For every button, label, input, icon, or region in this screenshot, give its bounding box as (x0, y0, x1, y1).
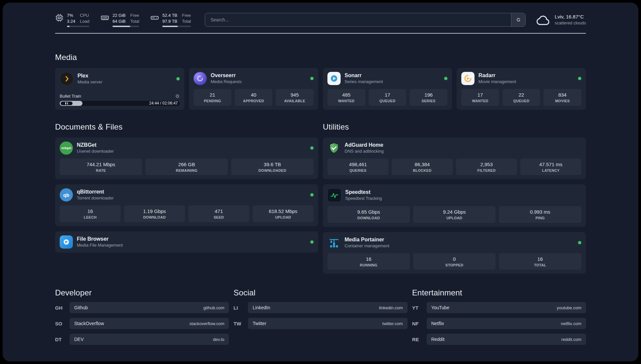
card-qbittorrent: qb qBittorrent Torrent downloader 16 (55, 184, 318, 226)
card-filebrowser: File Browser Media File Management (55, 231, 318, 253)
memory-progress-bar (112, 26, 139, 27)
link-youtube[interactable]: YouTube youtube.com (427, 302, 586, 313)
stat-tile: 266 GB REMAINING (145, 159, 228, 175)
link-dev[interactable]: DEV dev.to (70, 334, 229, 345)
section-title-social: Social (233, 288, 407, 297)
link-abbr: YT (412, 305, 423, 311)
portainer-link[interactable]: Media Portainer Container management (327, 236, 581, 249)
status-dot (310, 146, 314, 150)
weather-widget: Lviv, 16.87°C scattered clouds (535, 13, 586, 26)
link-netflix[interactable]: Netflix netflix.com (427, 318, 586, 329)
stat-tile: 86,384 BLOCKED (392, 159, 453, 175)
status-dot (578, 77, 581, 80)
memory-free-label: Free (130, 13, 139, 18)
stat-value: 21 (194, 91, 231, 98)
filebrowser-link[interactable]: File Browser Media File Management (60, 235, 314, 249)
link-reddit[interactable]: Reddit reddit.com (427, 334, 586, 345)
service-name: Media Portainer (345, 236, 389, 243)
dashboard-screen: 7% 3.24 CPU Load (3, 3, 638, 361)
overseerr-link[interactable]: Overseerr Media Requests (194, 72, 314, 85)
stat-value: 9.24 Gbps (414, 208, 495, 215)
plex-link[interactable]: Plex Media server (60, 72, 180, 86)
stat-value: 86,384 (392, 161, 452, 168)
stat-value: 744.21 Mbps (60, 161, 141, 168)
stat-label: UPLOAD (414, 215, 495, 221)
stat-tile: 196 SERIES (410, 89, 447, 106)
gear-icon[interactable]: ⚙ (175, 94, 180, 99)
link-name: StackOverflow (74, 321, 104, 326)
qbittorrent-link[interactable]: qb qBittorrent Torrent downloader (60, 188, 314, 201)
memory-widget: 22 GiB 64 GiB Free Total (101, 13, 139, 27)
weather-location: Lviv, 16.87°C (555, 13, 586, 20)
cpu-label-secondary: Load (80, 18, 89, 24)
links-entertainment: Entertainment YT YouTube youtube.com NF … (412, 288, 586, 345)
link-abbr: LI (233, 305, 244, 311)
stat-label: SERIES (410, 98, 447, 104)
service-name: Overseerr (211, 72, 242, 79)
plex-now-playing: Bullet Train ⚙ 24:44 / 02:06:47 (60, 94, 180, 106)
memory-icon (101, 14, 109, 22)
pause-button[interactable] (61, 102, 73, 105)
stat-value: 9.65 Gbps (328, 208, 409, 215)
link-url: linkedin.com (379, 305, 403, 310)
stat-value: 2,953 (457, 161, 516, 168)
section-title-media: Media (55, 53, 586, 62)
link-name: Github (74, 305, 88, 310)
service-subtitle: Media File Management (77, 243, 123, 248)
disk-total-value: 97.9 TB (162, 18, 177, 24)
link-name: Netflix (431, 321, 444, 326)
search-provider-button[interactable]: G (511, 13, 525, 26)
radarr-icon (461, 72, 474, 85)
status-dot (578, 241, 581, 244)
search-input[interactable] (205, 13, 526, 27)
disk-icon (150, 14, 159, 22)
playback-time: 24:44 / 02:06:47 (149, 101, 178, 106)
stat-label: RUNNING (328, 262, 409, 268)
service-subtitle: Media Requests (211, 79, 242, 85)
speedtest-icon (327, 188, 341, 202)
link-name: LinkedIn (253, 305, 270, 310)
disk-free-value: 52.4 TB (162, 13, 177, 18)
nzbget-icon: nzbget (60, 141, 73, 155)
radarr-link[interactable]: Radarr Movie management (461, 72, 581, 85)
link-url: github.com (203, 305, 225, 310)
stat-tile: 834 MOVIES (543, 89, 581, 106)
stat-value: 17 (462, 91, 499, 98)
memory-total-label: Total (130, 18, 139, 24)
playback-progress-bar[interactable]: 24:44 / 02:06:47 (60, 101, 180, 106)
nzbget-link[interactable]: nzbget NZBGet Usenet downloader (60, 141, 314, 155)
stat-tile: 9.24 Gbps UPLOAD (413, 206, 496, 223)
cpu-widget: 7% 3.24 CPU Load (55, 13, 89, 27)
link-linkedin[interactable]: LinkedIn linkedin.com (248, 302, 407, 313)
adguard-link[interactable]: AdGuard Home DNS and adblocking (327, 141, 581, 155)
status-dot (176, 77, 180, 80)
stat-value: 0.993 ms (500, 208, 581, 215)
service-name: Sonarr (345, 72, 383, 79)
stat-tile: 2,953 FILTERED (456, 159, 517, 175)
stat-label: WANTED (462, 98, 499, 104)
stat-label: DOWNLOAD (328, 215, 409, 221)
stat-tile: 485 WANTED (327, 89, 365, 106)
status-dot (310, 240, 314, 244)
stat-value: 266 GB (146, 161, 227, 168)
speedtest-link[interactable]: Speedtest Speedtest Tracking (327, 188, 581, 202)
disk-progress-bar (162, 26, 191, 27)
link-github[interactable]: Github github.com (70, 302, 229, 313)
weather-condition: scattered clouds (555, 20, 586, 26)
service-name: Plex (77, 73, 102, 79)
stat-tile: 16 LEECH (60, 205, 121, 222)
section-title-entertainment: Entertainment (412, 288, 586, 297)
sonarr-link[interactable]: Sonarr Series management (327, 72, 447, 85)
service-subtitle: Media server (77, 79, 102, 85)
link-stackoverflow[interactable]: StackOverflow stackoverflow.com (70, 318, 229, 329)
stat-tile: 17 WANTED (461, 89, 499, 106)
stat-value: 39.6 TB (232, 161, 313, 168)
links-social: Social LI LinkedIn linkedin.com TW Twitt… (233, 288, 407, 329)
service-name: Speedtest (345, 189, 382, 196)
disk-widget: 52.4 TB 97.9 TB Free Total (150, 13, 191, 27)
stat-value: 485 (328, 91, 365, 98)
stat-label: LEECH (60, 215, 120, 220)
stat-label: BLOCKED (392, 168, 452, 173)
link-twitter[interactable]: Twitter twitter.com (248, 318, 407, 329)
link-url: reddit.com (561, 337, 581, 342)
